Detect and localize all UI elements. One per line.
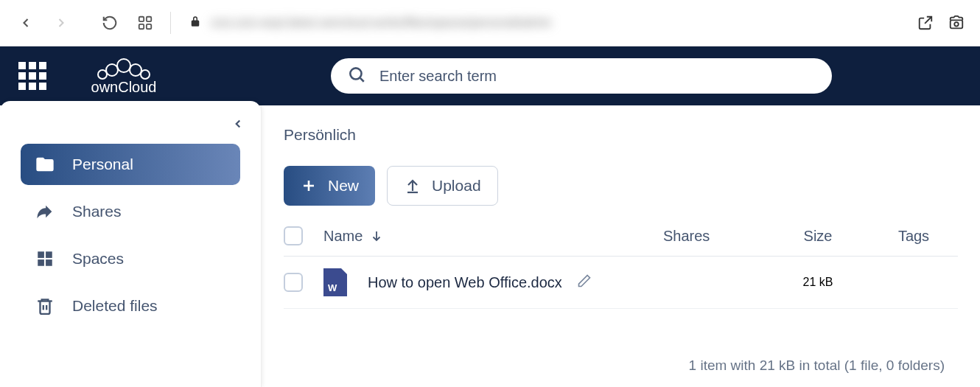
apps-shortcut-button[interactable] [130, 8, 160, 38]
file-size: 21 kB [766, 276, 869, 289]
sort-down-icon [370, 229, 383, 243]
svg-rect-3 [147, 24, 151, 29]
sidebar-item-label: Personal [72, 156, 133, 173]
plus-icon [300, 177, 318, 195]
share-arrow-icon [34, 201, 56, 222]
svg-rect-15 [46, 251, 52, 258]
svg-text:ownCloud: ownCloud [91, 79, 157, 95]
column-shares[interactable]: Shares [663, 228, 766, 245]
svg-point-6 [117, 59, 130, 72]
file-name[interactable]: How to open Web Office.docx [368, 274, 562, 291]
search-icon [347, 65, 366, 87]
svg-rect-17 [46, 259, 52, 266]
forward-button[interactable] [46, 8, 76, 38]
url-text: ocis.ocis-wopi.latest.owncloud.works/fil… [211, 16, 551, 29]
app-switcher-button[interactable] [18, 62, 46, 90]
svg-point-5 [954, 22, 959, 27]
svg-rect-4 [951, 20, 963, 28]
sidebar-item-personal[interactable]: Personal [21, 144, 240, 185]
svg-point-12 [350, 68, 361, 79]
search-input[interactable] [379, 68, 816, 85]
column-name[interactable]: Name [323, 228, 663, 245]
folder-icon [34, 154, 56, 175]
sidebar-item-spaces[interactable]: Spaces [21, 238, 240, 279]
column-size[interactable]: Size [766, 228, 869, 245]
svg-point-9 [98, 70, 107, 79]
share-page-icon[interactable] [913, 10, 938, 35]
sidebar-item-label: Deleted files [72, 297, 158, 315]
back-button[interactable] [11, 8, 41, 38]
svg-rect-2 [139, 24, 144, 29]
svg-rect-14 [38, 251, 44, 258]
upload-button[interactable]: Upload [387, 166, 498, 206]
spaces-icon [34, 249, 56, 268]
table-header: Name Shares Size Tags [284, 226, 958, 257]
svg-rect-0 [139, 17, 144, 21]
main-content: Persönlich New Upload Name Shares Size T… [261, 105, 980, 387]
row-checkbox[interactable] [284, 273, 303, 292]
svg-point-10 [141, 70, 150, 79]
address-bar[interactable]: ocis.ocis-wopi.latest.owncloud.works/fil… [181, 15, 907, 31]
upload-icon [404, 177, 421, 195]
browser-toolbar: ocis.ocis-wopi.latest.owncloud.works/fil… [0, 0, 980, 46]
search-bar[interactable] [331, 58, 832, 94]
svg-rect-1 [147, 17, 151, 21]
reload-button[interactable] [95, 8, 125, 38]
trash-icon [34, 296, 56, 315]
new-button-label: New [328, 177, 359, 195]
sidebar-item-shares[interactable]: Shares [21, 191, 240, 232]
sidebar-item-label: Spaces [72, 250, 124, 268]
app-header: ownCloud [0, 46, 980, 105]
select-all-checkbox[interactable] [284, 226, 303, 245]
upload-button-label: Upload [432, 177, 481, 195]
column-tags[interactable]: Tags [869, 228, 958, 245]
rename-icon[interactable] [577, 273, 592, 291]
svg-point-8 [130, 64, 141, 76]
toolbar-divider [170, 12, 171, 34]
new-button[interactable]: New [284, 166, 375, 206]
svg-rect-16 [38, 259, 44, 266]
svg-line-13 [360, 78, 364, 82]
owncloud-logo[interactable]: ownCloud [76, 55, 172, 97]
lock-icon [189, 15, 202, 31]
breadcrumb[interactable]: Persönlich [284, 126, 958, 144]
table-row[interactable]: How to open Web Office.docx 21 kB [284, 257, 958, 309]
footer-summary: 1 item with 21 kB in total (1 file, 0 fo… [689, 358, 945, 374]
collapse-sidebar-button[interactable] [231, 117, 245, 133]
svg-point-7 [106, 64, 118, 76]
docx-file-icon [323, 268, 347, 296]
sidebar-item-deleted[interactable]: Deleted files [21, 285, 240, 327]
screenshot-icon[interactable] [944, 10, 969, 35]
sidebar-item-label: Shares [72, 203, 122, 220]
sidebar: Personal Shares Spaces Deleted files [0, 101, 261, 387]
